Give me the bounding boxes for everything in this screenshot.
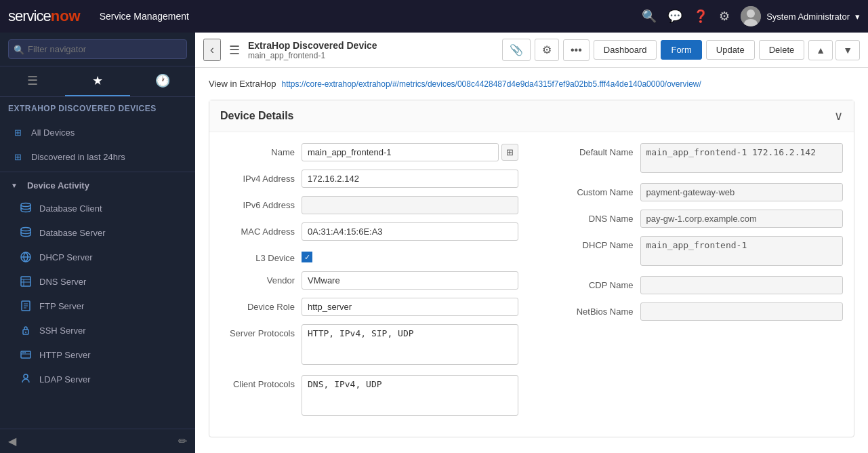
- edit-icon[interactable]: ✏: [178, 435, 187, 448]
- sidebar-item-label: HTTP Server: [39, 350, 91, 360]
- filter-icon: 🔍: [14, 44, 24, 54]
- sidebar-tab-history[interactable]: 🕐: [130, 66, 195, 96]
- input-dns-name-wrap: [640, 210, 844, 228]
- brand-logo[interactable]: servicenow: [8, 7, 81, 25]
- input-dns-name[interactable]: [640, 210, 844, 228]
- input-default-name-wrap: main_app_frontend-1 172.16.2.142: [640, 143, 844, 175]
- main-content: ‹ ☰ ExtraHop Discovered Device main_app_…: [195, 33, 868, 453]
- dns-icon: [19, 275, 33, 288]
- sidebar-item-label: FTP Server: [39, 301, 84, 311]
- form-body: Name ⊞ IPv4 Address: [209, 132, 854, 437]
- field-dns-name: DNS Name: [545, 210, 844, 228]
- sidebar-content: ExtraHop Discovered Devices ⊞ All Device…: [0, 97, 195, 429]
- name-lookup-icon[interactable]: ⊞: [501, 144, 518, 161]
- input-custom-name[interactable]: [640, 183, 844, 201]
- input-server-protocols[interactable]: HTTP, IPv4, SIP, UDP: [302, 324, 518, 365]
- input-vendor[interactable]: [302, 271, 518, 290]
- sidebar-tab-favorites[interactable]: ★: [65, 66, 130, 96]
- brand-now-text: now: [51, 7, 81, 25]
- sidebar-item-label: SSH Server: [39, 326, 86, 336]
- sidebar-item-discovered[interactable]: ⊞ Discovered in last 24hrs: [0, 144, 195, 169]
- label-dns-name: DNS Name: [545, 210, 634, 224]
- svg-rect-6: [21, 277, 30, 286]
- section-collapse-btn[interactable]: ∨: [834, 109, 843, 123]
- db-server-icon: [19, 226, 33, 239]
- svg-point-19: [24, 352, 26, 353]
- sidebar-item-all-devices[interactable]: ⊞ All Devices: [0, 120, 195, 144]
- input-netbios-name-wrap: [640, 302, 844, 321]
- sidebar-item-db-server[interactable]: Database Server: [0, 220, 195, 245]
- field-vendor: Vendor: [220, 271, 518, 290]
- ftp-icon: [19, 299, 33, 313]
- input-ipv4[interactable]: [302, 170, 518, 188]
- input-client-protocols[interactable]: DNS, IPv4, UDP: [302, 375, 518, 416]
- collapse-sidebar-btn[interactable]: ◀: [8, 435, 16, 448]
- update-button[interactable]: Update: [706, 40, 755, 60]
- sidebar-item-label: Database Server: [39, 228, 106, 238]
- collapse-icon: ▼: [11, 182, 18, 189]
- search-icon[interactable]: 🔍: [642, 9, 657, 24]
- sidebar-device-activity-header[interactable]: ▼ Device Activity: [0, 175, 195, 196]
- input-client-protocols-wrap: DNS, IPv4, UDP: [302, 375, 518, 418]
- field-default-name: Default Name main_app_frontend-1 172.16.…: [545, 143, 844, 175]
- input-dhcp-name[interactable]: main_app_frontend-1: [640, 236, 844, 266]
- sidebar-item-dhcp-server[interactable]: DHCP Server: [0, 245, 195, 269]
- back-button[interactable]: ‹: [203, 39, 221, 61]
- nav-arrows: ▲ ▼: [808, 40, 860, 60]
- sidebar-item-ftp-server[interactable]: FTP Server: [0, 294, 195, 318]
- field-name: Name ⊞: [220, 143, 518, 161]
- svg-point-4: [21, 228, 30, 231]
- chat-icon[interactable]: 💬: [667, 9, 682, 24]
- nav-left: servicenow Service Management: [8, 7, 189, 25]
- view-in-link[interactable]: https://core-extrahop/extrahop/#/metrics…: [281, 79, 701, 89]
- svg-rect-16: [21, 351, 30, 358]
- input-default-name[interactable]: main_app_frontend-1 172.16.2.142: [640, 143, 844, 173]
- input-mac[interactable]: [302, 222, 518, 241]
- field-device-role: Device Role: [220, 298, 518, 316]
- help-icon[interactable]: ❓: [693, 9, 708, 24]
- input-netbios-name[interactable]: [640, 302, 844, 321]
- sidebar-tab-menu[interactable]: ☰: [0, 66, 65, 96]
- sidebar-item-http-server[interactable]: HTTP Server: [0, 342, 195, 367]
- menu-icon[interactable]: ☰: [226, 40, 243, 60]
- more-button[interactable]: •••: [563, 39, 590, 61]
- sidebar-item-ldap-server[interactable]: LDAP Server: [0, 367, 195, 391]
- form-button[interactable]: Form: [661, 40, 701, 60]
- filter-input[interactable]: [8, 39, 187, 59]
- record-subtitle: main_app_frontend-1: [248, 51, 497, 60]
- svg-point-1: [747, 9, 755, 18]
- input-name-wrap: ⊞: [302, 143, 518, 161]
- delete-button[interactable]: Delete: [759, 40, 805, 60]
- sidebar-item-label: Database Client: [39, 203, 102, 214]
- dashboard-button[interactable]: Dashboard: [594, 40, 657, 60]
- arrow-down-button[interactable]: ▼: [835, 40, 860, 60]
- sidebar-item-label: DHCP Server: [39, 252, 93, 262]
- settings-button[interactable]: ⚙: [535, 39, 559, 61]
- input-ipv6[interactable]: [302, 196, 518, 214]
- checkbox-l3[interactable]: [302, 252, 312, 262]
- svg-point-20: [24, 374, 28, 378]
- sidebar-item-dns-server[interactable]: DNS Server: [0, 269, 195, 294]
- sidebar-item-db-client[interactable]: Database Client: [0, 196, 195, 220]
- field-dhcp-name: DHCP Name main_app_frontend-1: [545, 236, 844, 268]
- sidebar-item-ssh-server[interactable]: SSH Server: [0, 318, 195, 342]
- input-cdp-name[interactable]: [640, 276, 844, 294]
- input-ipv6-wrap: [302, 196, 518, 214]
- arrow-up-button[interactable]: ▲: [808, 40, 833, 60]
- sidebar-bottom: ◀ ✏: [0, 429, 195, 453]
- sidebar-item-label: All Devices: [31, 127, 75, 138]
- sidebar-item-label: LDAP Server: [39, 374, 91, 385]
- label-l3: L3 Device: [220, 249, 295, 263]
- user-menu[interactable]: System Administrator ▾: [741, 6, 860, 26]
- device-details-card: Device Details ∨ Name ⊞: [209, 100, 854, 437]
- attachment-button[interactable]: 📎: [502, 39, 531, 61]
- input-name[interactable]: [302, 143, 499, 161]
- sidebar-filter-area: 🔍: [0, 33, 195, 66]
- label-vendor: Vendor: [220, 271, 295, 285]
- settings-icon[interactable]: ⚙: [719, 9, 730, 24]
- label-dhcp-name: DHCP Name: [545, 236, 634, 250]
- user-name: System Administrator: [766, 12, 850, 22]
- input-l3-wrap: [302, 249, 518, 262]
- field-custom-name: Custom Name: [545, 183, 844, 201]
- input-device-role[interactable]: [302, 298, 518, 316]
